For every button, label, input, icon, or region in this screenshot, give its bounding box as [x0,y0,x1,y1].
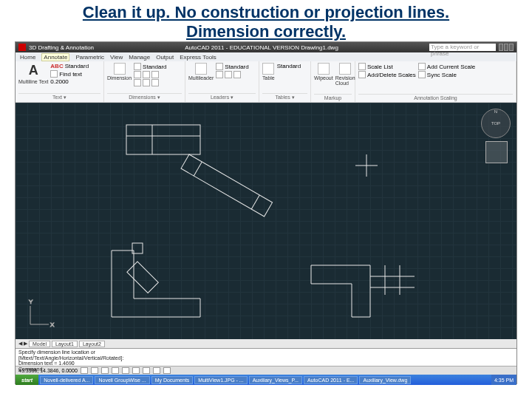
otrack-toggle[interactable] [132,367,140,374]
tab-layout2[interactable]: Layout2 [79,341,105,347]
svg-line-4 [194,162,202,176]
panel-dimensions: Dimension Standard Dimensions ▾ [104,61,185,102]
drawing-area[interactable]: N TOP [16,103,516,339]
cad-drawing: Y X [16,103,518,339]
panel-markup: Wipeout Revision Cloud Markup [311,61,355,102]
windows-taskbar: start Novell-delivered A... Novell Group… [16,375,516,385]
tab-output[interactable]: Output [156,54,174,61]
dyn-toggle[interactable] [153,367,160,374]
panel-leaders: Multileader Standard Leaders ▾ [185,61,259,102]
sync-scale-icon[interactable] [418,71,426,78]
svg-rect-8 [127,262,158,293]
taskbar-item[interactable]: MultiView1.JPG - ... [194,376,247,384]
panel-annotation-scaling: Scale List Add/Delete Scales Add Current… [355,61,516,102]
spellcheck-icon[interactable]: ABC [50,63,63,69]
grid-toggle[interactable] [91,367,98,374]
system-tray[interactable]: 4:35 PM [491,375,516,385]
start-button[interactable]: start [16,375,38,385]
status-bar: 43.3386, 14.3846, 0.0000 [16,366,516,375]
add-delete-scales-icon[interactable] [358,71,366,78]
window-title: AutoCAD 2011 - EDUCATIONAL VERSION Drawi… [94,44,429,51]
panel-text: A Multiline Text ABCStandard Find text 0… [16,61,104,102]
ducs-toggle[interactable] [143,367,150,374]
find-text-icon[interactable] [50,70,58,78]
wipeout-button[interactable]: Wipeout [314,63,333,81]
tab-home[interactable]: Home [20,54,35,61]
scale-list-icon[interactable] [358,63,366,70]
command-line[interactable]: Specify dimension line location or [Mtex… [16,348,516,366]
taskbar-item[interactable]: AutoCAD 2011 - E... [304,376,358,384]
taskbar-item[interactable]: Novell-delivered A... [40,376,93,384]
taskbar-item[interactable]: Auxiliary_View.dwg [359,376,411,384]
multiline-text-button[interactable]: A Multiline Text [18,63,48,84]
svg-rect-3 [181,154,273,216]
qat-workspace[interactable]: 3D Drafting & Annotation [29,44,94,51]
dimension-button[interactable]: Dimension [107,63,132,81]
ortho-toggle[interactable] [101,367,109,374]
tab-model[interactable]: Model [29,341,50,347]
taskbar-item[interactable]: Auxiliary_Views_P... [249,376,302,384]
layout-tabs: ◀ ▶ Model Layout1 Layout2 [16,339,516,348]
autocad-logo-icon[interactable] [18,44,26,51]
svg-line-5 [251,195,259,209]
autocad-window: 3D Drafting & Annotation AutoCAD 2011 - … [15,41,517,384]
slide-title: Clean it up. No construction or projecti… [0,0,532,44]
taskbar-item[interactable]: My Documents [151,376,194,384]
add-current-scale-icon[interactable] [418,63,426,70]
titlebar: 3D Drafting & Annotation AutoCAD 2011 - … [16,42,516,52]
taskbar-item[interactable]: Novell GroupWise ... [95,376,149,384]
svg-rect-0 [126,125,200,154]
panel-tables: Table Standard Tables ▾ [259,61,311,102]
svg-text:Y: Y [29,299,33,305]
tab-view[interactable]: View [110,54,123,61]
ribbon: A Multiline Text ABCStandard Find text 0… [16,61,516,103]
search-input[interactable]: Type a keyword or phrase [429,44,496,51]
polar-toggle[interactable] [112,367,119,374]
tab-layout1[interactable]: Layout1 [52,341,78,347]
svg-text:X: X [50,321,55,328]
snap-toggle[interactable] [81,367,88,374]
revcloud-button[interactable]: Revision Cloud [335,63,355,86]
tab-annotate[interactable]: Annotate [41,53,69,61]
lwt-toggle[interactable] [163,367,171,374]
tab-parametric[interactable]: Parametric [75,54,104,61]
multileader-button[interactable]: Multileader [188,63,214,81]
coordinates-readout: 43.3386, 14.3846, 0.0000 [18,368,78,373]
tab-express[interactable]: Express Tools [180,54,216,61]
window-controls[interactable] [499,44,514,51]
tab-manage[interactable]: Manage [129,54,150,61]
osnap-toggle[interactable] [122,367,129,374]
table-button[interactable]: Table [262,63,275,81]
